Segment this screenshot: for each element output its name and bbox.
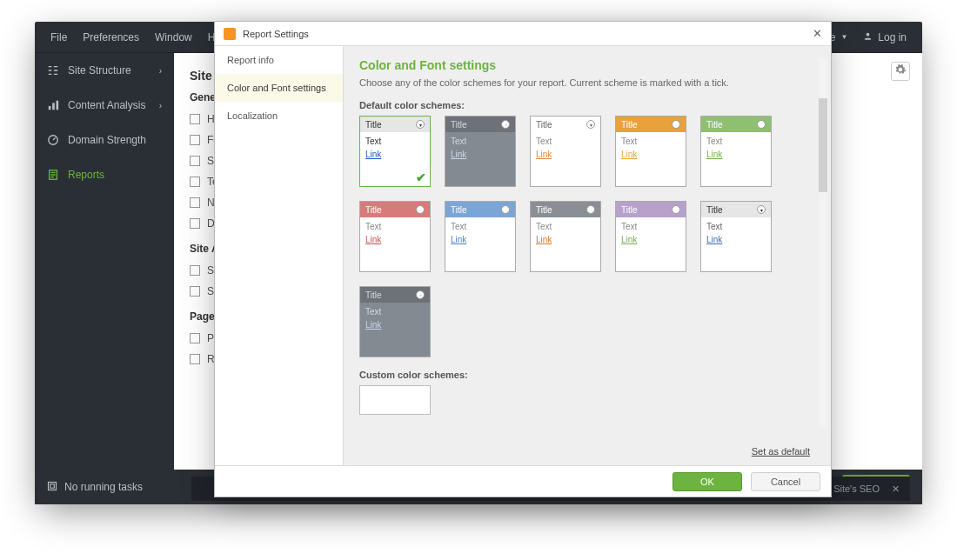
swatch-body: TextLink	[360, 217, 430, 271]
checkbox-icon	[190, 265, 200, 276]
login-button[interactable]: Log in	[863, 31, 907, 43]
color-scheme-swatch[interactable]: Title▾TextLink	[615, 201, 686, 272]
sidebar-item-content-analysis[interactable]: Content Analysis ›	[35, 88, 174, 123]
swatch-link: Link	[621, 235, 680, 244]
menu-preferences[interactable]: Preferences	[83, 31, 139, 43]
tab-color-font[interactable]: Color and Font settings	[215, 74, 343, 102]
color-scheme-swatch[interactable]: Title▾TextLink✔	[359, 116, 431, 187]
swatch-link: Link	[451, 150, 510, 159]
custom-schemes-label: Custom color schemes:	[359, 370, 815, 380]
person-icon	[863, 31, 873, 43]
scrollbar-thumb[interactable]	[819, 98, 827, 192]
reports-icon	[47, 169, 59, 181]
swatch-body: TextLink	[531, 132, 600, 186]
swatch-title: Title▾	[531, 202, 600, 217]
swatch-title: Title▾	[701, 202, 771, 217]
dropdown-icon: ▾	[416, 290, 425, 299]
svg-rect-2	[52, 103, 55, 110]
tab-localization[interactable]: Localization	[215, 102, 343, 130]
sidebar-item-label: Domain Strength	[68, 134, 146, 146]
section-header: Color and Font settings	[359, 58, 815, 72]
swatch-title: Title▾	[616, 202, 686, 217]
swatch-text: Text	[706, 222, 766, 231]
color-scheme-swatch[interactable]: Title▾TextLink	[700, 201, 772, 272]
swatch-text: Text	[536, 222, 595, 231]
swatch-body: TextLink	[616, 132, 686, 186]
chevron-right-icon: ›	[159, 66, 162, 76]
swatch-text: Text	[365, 137, 425, 146]
swatch-link: Link	[706, 150, 766, 159]
swatch-link: Link	[365, 320, 425, 330]
default-schemes-label: Default color schemes:	[359, 100, 815, 110]
checkbox-icon	[190, 286, 200, 297]
sidebar-item-domain-strength[interactable]: Domain Strength	[35, 123, 174, 157]
swatch-link: Link	[365, 235, 425, 244]
swatch-title: Title▾	[360, 117, 430, 132]
swatch-link: Link	[365, 150, 425, 159]
app-logo-icon	[224, 28, 236, 40]
dropdown-icon: ▾	[501, 205, 510, 214]
color-scheme-swatch[interactable]: Title▾TextLink	[615, 116, 686, 187]
swatch-text: Text	[365, 307, 425, 317]
dropdown-icon: ▾	[672, 205, 680, 214]
color-scheme-swatch[interactable]: Title▾TextLink	[700, 116, 772, 187]
custom-scheme-slot[interactable]	[359, 385, 431, 415]
swatch-body: TextLink	[445, 217, 515, 271]
color-scheme-swatch[interactable]: Title▾TextLink	[445, 201, 516, 272]
login-label: Log in	[878, 31, 907, 43]
dropdown-icon: ▾	[586, 205, 595, 214]
chart-icon	[47, 99, 59, 111]
color-scheme-swatch[interactable]: Title▾TextLink	[359, 201, 431, 272]
tasks-icon	[47, 481, 57, 494]
ok-button[interactable]: OK	[673, 472, 742, 491]
sidebar-item-site-structure[interactable]: Site Structure ›	[35, 53, 174, 88]
dropdown-icon: ▾	[757, 205, 766, 214]
swatch-link: Link	[451, 235, 510, 244]
color-scheme-swatch[interactable]: Title▾TextLink	[530, 116, 601, 187]
swatch-body: TextLink	[445, 132, 515, 186]
chevron-down-icon: ▼	[840, 33, 847, 41]
section-sub: Choose any of the color schemes for your…	[359, 77, 815, 88]
menu-file[interactable]: File	[50, 31, 67, 43]
sidebar-item-label: Site Structure	[68, 64, 131, 77]
swatch-body: TextLink	[701, 217, 771, 271]
report-settings-dialog: Report Settings ✕ Report info Color and …	[214, 21, 832, 497]
color-scheme-swatch[interactable]: Title▾TextLink	[445, 116, 516, 187]
swatch-title: Title▾	[445, 202, 515, 217]
dialog-titlebar: Report Settings ✕	[215, 22, 831, 46]
swatch-text: Text	[451, 222, 510, 231]
svg-rect-3	[57, 101, 59, 110]
color-scheme-swatch[interactable]: Title▾TextLink	[530, 201, 601, 272]
checkbox-icon	[190, 218, 200, 229]
sidebar-item-reports[interactable]: Reports	[35, 157, 174, 192]
scrollbar[interactable]	[819, 58, 827, 427]
cancel-button[interactable]: Cancel	[751, 472, 820, 491]
checkbox-icon	[190, 177, 200, 187]
swatch-text: Text	[536, 137, 595, 146]
structure-icon	[47, 64, 59, 77]
dropdown-icon: ▾	[586, 120, 595, 129]
swatch-text: Text	[706, 137, 766, 146]
set-as-default-link[interactable]: Set as default	[752, 446, 810, 457]
menu-window[interactable]: Window	[155, 31, 192, 43]
color-scheme-swatch[interactable]: Title▾TextLink	[359, 286, 431, 357]
gear-icon	[894, 63, 907, 79]
svg-rect-7	[50, 483, 55, 488]
sidebar-item-label: Content Analysis	[68, 99, 145, 111]
close-icon[interactable]: ✕	[813, 27, 822, 40]
close-icon[interactable]: ✕	[892, 483, 900, 495]
tab-report-info[interactable]: Report info	[215, 46, 343, 74]
swatch-link: Link	[536, 150, 595, 159]
swatch-text: Text	[621, 137, 680, 146]
default-schemes: Title▾TextLink✔Title▾TextLinkTitle▾TextL…	[359, 116, 815, 357]
swatch-text: Text	[365, 222, 425, 231]
dropdown-icon: ▾	[501, 120, 510, 129]
settings-gear-button[interactable]	[891, 62, 910, 81]
swatch-link: Link	[621, 150, 680, 159]
dropdown-icon: ▾	[416, 120, 425, 129]
dropdown-icon: ▾	[757, 120, 766, 129]
svg-point-0	[867, 32, 870, 36]
dropdown-icon: ▾	[416, 205, 425, 214]
swatch-title: Title▾	[616, 117, 686, 132]
swatch-body: TextLink	[616, 217, 686, 271]
